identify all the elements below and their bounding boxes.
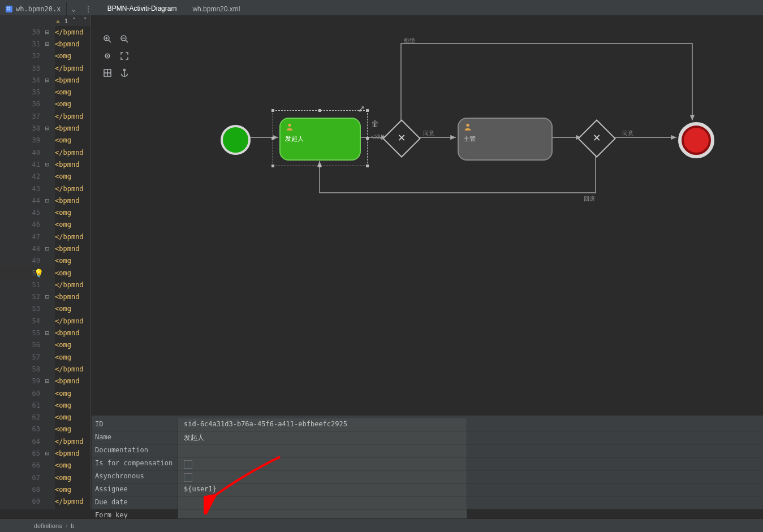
code-line[interactable]: </bpmnd: [55, 231, 90, 243]
fold-icon[interactable]: ⊟: [45, 40, 49, 48]
expand-icon[interactable]: ⤢: [357, 103, 365, 114]
code-line[interactable]: <omg: [55, 303, 90, 315]
gutter-line[interactable]: 54: [0, 315, 55, 327]
bpmn-start-event[interactable]: [221, 125, 251, 155]
gutter-line[interactable]: 30⊟: [0, 26, 55, 38]
code-line[interactable]: <bpmnd: [55, 158, 90, 170]
property-value[interactable]: [178, 496, 467, 509]
gutter-line[interactable]: 39: [0, 135, 55, 146]
file-tab[interactable]: wh.bpmn20.x: [0, 2, 67, 15]
code-line[interactable]: <bpmnd: [55, 194, 90, 206]
gutter-line[interactable]: 35: [0, 86, 55, 98]
editor-subtab[interactable]: wh.bpmn20.xml: [184, 2, 248, 16]
bpmn-end-event[interactable]: [678, 122, 714, 158]
gutter-line[interactable]: 33: [0, 62, 55, 74]
gutter-line[interactable]: 42: [0, 171, 55, 183]
code-line[interactable]: <omg: [55, 423, 90, 435]
property-value[interactable]: ${user1}: [178, 483, 467, 496]
gutter-line[interactable]: 62: [0, 412, 55, 423]
fold-icon[interactable]: ⊟: [45, 245, 49, 253]
gutter-line[interactable]: 44⊟: [0, 194, 55, 206]
code-line[interactable]: <bpmnd: [55, 327, 90, 339]
code-line[interactable]: <omg: [55, 399, 90, 411]
fold-icon[interactable]: ⊟: [45, 161, 49, 168]
gutter-line[interactable]: 56: [0, 339, 55, 351]
code-line[interactable]: </bpmnd: [55, 110, 90, 122]
gutter-line[interactable]: 43: [0, 183, 55, 194]
zoom-in-icon[interactable]: [100, 31, 115, 47]
fold-icon[interactable]: ⊟: [45, 449, 49, 457]
more-icon[interactable]: ⋮: [80, 5, 96, 13]
gutter-line[interactable]: 58: [0, 363, 55, 375]
gutter-line[interactable]: 52⊟: [0, 291, 55, 303]
gutter-line[interactable]: 41⊟: [0, 158, 55, 170]
fold-icon[interactable]: ⊟: [45, 28, 49, 36]
code-line[interactable]: <omg: [55, 206, 90, 218]
gutter-line[interactable]: 40: [0, 146, 55, 158]
trash-icon[interactable]: 🗑: [371, 119, 379, 128]
gutter-line[interactable]: 46: [0, 219, 55, 231]
code-line[interactable]: <omg: [55, 98, 90, 110]
bpmn-gateway-2[interactable]: ✕: [577, 119, 616, 158]
editor-gutter[interactable]: 30⊟31⊟323334⊟35363738⊟394041⊟424344⊟4546…: [0, 15, 55, 509]
gutter-line[interactable]: 66: [0, 460, 55, 472]
gutter-line[interactable]: 47: [0, 231, 55, 243]
checkbox[interactable]: [184, 473, 192, 482]
code-line[interactable]: <omg: [55, 472, 90, 483]
gutter-line[interactable]: 50💡: [0, 267, 55, 279]
gutter-line[interactable]: 57: [0, 351, 55, 363]
gutter-line[interactable]: 34⊟: [0, 74, 55, 86]
code-line[interactable]: <omg: [55, 219, 90, 231]
gutter-line[interactable]: 49: [0, 255, 55, 267]
gutter-line[interactable]: 37: [0, 110, 55, 122]
gutter-line[interactable]: 65⊟: [0, 447, 55, 459]
fold-icon[interactable]: ⊟: [45, 76, 49, 84]
property-value[interactable]: 发起人: [178, 431, 467, 444]
code-line[interactable]: <omg: [55, 267, 90, 279]
code-line[interactable]: <omg: [55, 135, 90, 146]
gutter-line[interactable]: 68: [0, 483, 55, 495]
gutter-line[interactable]: 59⊟: [0, 375, 55, 387]
gutter-line[interactable]: 38⊟: [0, 122, 55, 134]
breadcrumb[interactable]: b: [71, 522, 74, 529]
gutter-line[interactable]: 32: [0, 50, 55, 62]
code-line[interactable]: <bpmnd: [55, 38, 90, 50]
zoom-out-icon[interactable]: [117, 31, 132, 47]
editor-code[interactable]: </bpmnd<bpmnd <omg</bpmnd<bpmnd <omg <om…: [55, 26, 90, 509]
code-line[interactable]: </bpmnd: [55, 146, 90, 158]
code-line[interactable]: <omg: [55, 483, 90, 495]
code-line[interactable]: </bpmnd: [55, 62, 90, 74]
code-line[interactable]: <bpmnd: [55, 122, 90, 134]
gutter-line[interactable]: 36: [0, 98, 55, 110]
fold-icon[interactable]: ⊟: [45, 124, 49, 132]
gutter-line[interactable]: 53: [0, 303, 55, 315]
breadcrumb[interactable]: definitions: [34, 522, 62, 529]
property-value[interactable]: [178, 444, 467, 457]
zoom-full-icon[interactable]: [117, 48, 132, 64]
code-line[interactable]: <bpmnd: [55, 74, 90, 86]
gutter-line[interactable]: 55⊟: [0, 327, 55, 339]
gutter-line[interactable]: 60: [0, 387, 55, 399]
editor-subtab[interactable]: BPMN-Activiti-Diagram: [100, 1, 185, 16]
gutter-line[interactable]: 51: [0, 279, 55, 291]
zoom-fit-icon[interactable]: [100, 48, 115, 64]
code-line[interactable]: <omg: [55, 412, 90, 423]
code-line[interactable]: </bpmnd: [55, 279, 90, 291]
checkbox[interactable]: [184, 460, 192, 469]
gutter-line[interactable]: 31⊟: [0, 38, 55, 50]
gutter-line[interactable]: 64: [0, 435, 55, 447]
gutter-line[interactable]: 45: [0, 206, 55, 218]
code-line[interactable]: <omg: [55, 460, 90, 472]
code-line[interactable]: <omg: [55, 387, 90, 399]
property-value[interactable]: [178, 470, 467, 483]
gutter-line[interactable]: 61: [0, 399, 55, 411]
bpmn-gateway-1[interactable]: ✕: [382, 119, 421, 158]
bpmn-diagram-canvas[interactable]: ⤢ 🗑 <XML> 发起人 ✕ 主管 ✕ 拒绝 同意 同意 回滚: [92, 15, 763, 415]
code-line[interactable]: <bpmnd: [55, 291, 90, 303]
gutter-line[interactable]: 67: [0, 472, 55, 483]
code-line[interactable]: </bpmnd: [55, 496, 90, 508]
gutter-line[interactable]: 48⊟: [0, 243, 55, 254]
code-line[interactable]: <bpmnd: [55, 375, 90, 387]
property-value[interactable]: sid-6c4a31d3-b76a-45f6-a411-ebfbeefc2925: [178, 418, 467, 431]
fold-icon[interactable]: ⊟: [45, 293, 49, 301]
